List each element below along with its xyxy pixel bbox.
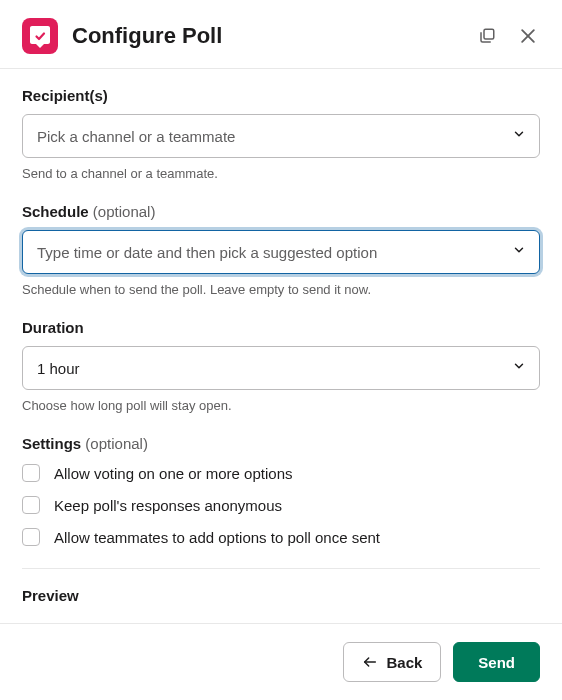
checkbox-icon [22,496,40,514]
back-button[interactable]: Back [343,642,441,682]
setting-label: Allow voting on one or more options [54,465,292,482]
duration-label: Duration [22,319,540,336]
schedule-select-wrap: Type time or date and then pick a sugges… [22,230,540,274]
send-label: Send [478,654,515,671]
expand-button[interactable] [476,25,498,47]
settings-label: Settings (optional) [22,435,540,452]
preview-section: Preview [22,568,540,604]
schedule-label: Schedule (optional) [22,203,540,220]
recipients-select[interactable]: Pick a channel or a teammate [22,114,540,158]
svg-rect-0 [484,29,494,39]
recipients-label: Recipient(s) [22,87,540,104]
setting-anonymous[interactable]: Keep poll's responses anonymous [22,496,540,514]
recipients-placeholder: Pick a channel or a teammate [37,128,235,145]
duration-field: Duration 1 hour Choose how long poll wil… [22,319,540,413]
arrow-left-icon [362,654,378,670]
setting-add-options[interactable]: Allow teammates to add options to poll o… [22,528,540,546]
schedule-select[interactable]: Type time or date and then pick a sugges… [22,230,540,274]
recipients-field: Recipient(s) Pick a channel or a teammat… [22,87,540,181]
close-icon [518,26,538,46]
expand-icon [478,27,496,45]
settings-list: Allow voting on one or more options Keep… [22,464,540,546]
schedule-help: Schedule when to send the poll. Leave em… [22,282,540,297]
configure-poll-modal: Configure Poll Recipient(s) Pick [0,0,562,700]
preview-label: Preview [22,587,540,604]
modal-title: Configure Poll [72,23,462,49]
schedule-placeholder: Type time or date and then pick a sugges… [37,244,377,261]
duration-select-wrap: 1 hour [22,346,540,390]
schedule-field: Schedule (optional) Type time or date an… [22,203,540,297]
setting-label: Allow teammates to add options to poll o… [54,529,380,546]
modal-footer: Back Send [0,623,562,700]
back-label: Back [386,654,422,671]
recipients-select-wrap: Pick a channel or a teammate [22,114,540,158]
modal-header: Configure Poll [0,0,562,68]
checkbox-icon [22,528,40,546]
app-icon [22,18,58,54]
settings-field: Settings (optional) Allow voting on one … [22,435,540,546]
duration-select[interactable]: 1 hour [22,346,540,390]
setting-label: Keep poll's responses anonymous [54,497,282,514]
duration-help: Choose how long poll will stay open. [22,398,540,413]
setting-multi-vote[interactable]: Allow voting on one or more options [22,464,540,482]
modal-content: Recipient(s) Pick a channel or a teammat… [0,69,562,623]
duration-value: 1 hour [37,360,80,377]
recipients-help: Send to a channel or a teammate. [22,166,540,181]
send-button[interactable]: Send [453,642,540,682]
header-actions [476,24,540,48]
checkbox-icon [22,464,40,482]
close-button[interactable] [516,24,540,48]
